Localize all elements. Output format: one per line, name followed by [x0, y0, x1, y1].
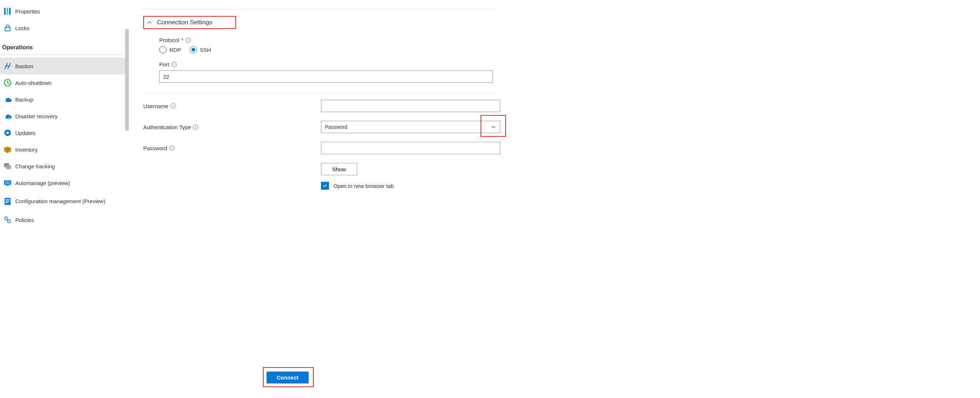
username-input[interactable]: [321, 100, 500, 112]
sidebar-item-label: Updates: [15, 130, 35, 136]
svg-rect-3: [5, 27, 10, 31]
divider: [143, 9, 495, 10]
info-icon[interactable]: i: [193, 124, 198, 129]
svg-rect-11: [6, 185, 9, 186]
svg-rect-15: [6, 202, 8, 203]
svg-rect-0: [4, 8, 5, 14]
divider: [143, 93, 495, 93]
protocol-block: Protocol * i RDP SSH: [159, 37, 493, 53]
password-label: Password: [143, 145, 167, 151]
sidebar-item-label: Configuration management (Preview): [15, 198, 105, 205]
connection-settings-toggle[interactable]: Connection Settings: [143, 16, 236, 29]
sidebar-item-locks[interactable]: Locks: [0, 19, 125, 36]
sidebar-item-change-tracking[interactable]: Change tracking: [0, 158, 125, 175]
sidebar-item-label: Backup: [15, 97, 33, 103]
svg-point-6: [6, 132, 9, 134]
sidebar-item-label: Properties: [15, 8, 40, 14]
main-content: Connection Settings Protocol * i RDP SSH…: [125, 0, 980, 398]
new-tab-row: Open in new browser tab: [321, 182, 966, 190]
sidebar-item-label: Disaster recovery: [15, 113, 58, 119]
sidebar-item-automanage[interactable]: Automanage (preview): [0, 175, 125, 191]
new-tab-label: Open in new browser tab: [333, 183, 394, 189]
properties-icon: [4, 7, 12, 15]
password-row: Password i: [143, 142, 966, 154]
radio-label: SSH: [200, 47, 211, 53]
sidebar-item-configuration-management[interactable]: Configuration management (Preview): [0, 191, 125, 212]
svg-point-5: [8, 117, 11, 119]
auth-type-row: Authentication Type i Password: [143, 121, 966, 133]
port-label: Port: [159, 61, 169, 67]
radio-label: RDP: [169, 47, 181, 53]
username-label: Username: [143, 103, 168, 109]
chevron-down-icon: [491, 124, 496, 129]
sidebar-item-label: Auto-shutdown: [15, 80, 51, 86]
show-row: Show: [143, 163, 966, 175]
password-input[interactable]: [321, 142, 500, 154]
sidebar-item-inventory[interactable]: Inventory: [0, 141, 125, 158]
sidebar-item-label: Change tracking: [15, 163, 55, 169]
sidebar-item-autoshutdown[interactable]: Auto-shutdown: [0, 74, 125, 91]
automanage-icon: [4, 179, 12, 187]
sidebar-item-backup[interactable]: Backup: [0, 91, 125, 108]
username-row: Username i: [143, 100, 966, 112]
connect-button[interactable]: Connect: [267, 371, 309, 384]
svg-rect-13: [6, 199, 10, 200]
port-input[interactable]: [159, 70, 493, 83]
radio-ssh[interactable]: SSH: [190, 46, 211, 53]
protocol-label: Protocol: [159, 37, 179, 43]
chevron-up-icon: [147, 20, 152, 25]
sidebar-item-label: Bastion: [15, 63, 33, 69]
sidebar-item-updates[interactable]: Updates: [0, 124, 125, 141]
new-tab-checkbox[interactable]: [321, 182, 329, 190]
clock-icon: [4, 79, 12, 87]
config-icon: [4, 197, 12, 205]
sidebar-item-label: Policies: [15, 217, 34, 223]
info-icon[interactable]: i: [169, 145, 175, 151]
lock-icon: [4, 24, 12, 32]
info-icon[interactable]: i: [172, 62, 177, 67]
sidebar-section-operations: Operations: [0, 36, 125, 55]
bastion-icon: [4, 62, 12, 70]
gear-icon: [4, 129, 12, 137]
auth-type-dropdown[interactable]: Password: [321, 121, 500, 133]
port-block: Port i: [159, 61, 493, 83]
svg-rect-2: [9, 8, 11, 14]
sidebar-item-label: Inventory: [15, 146, 38, 153]
change-tracking-icon: [4, 162, 12, 170]
backup-icon: [4, 96, 12, 103]
sidebar-item-label: Automanage (preview): [15, 180, 70, 186]
radio-rdp[interactable]: RDP: [159, 46, 181, 53]
sidebar: Properties Locks Operations Bastion Auto…: [0, 0, 125, 398]
required-indicator: *: [181, 37, 183, 43]
dropdown-value: Password: [325, 124, 347, 130]
check-icon: [323, 183, 328, 188]
sidebar-item-policies[interactable]: Policies: [0, 212, 125, 228]
sidebar-item-disaster-recovery[interactable]: Disaster recovery: [0, 108, 125, 124]
sidebar-item-properties[interactable]: Properties: [0, 3, 125, 19]
connect-highlight: Connect: [263, 367, 314, 387]
info-icon[interactable]: i: [170, 103, 175, 108]
sidebar-item-bastion[interactable]: Bastion: [0, 58, 125, 74]
svg-rect-1: [6, 8, 8, 14]
section-title: Connection Settings: [157, 19, 212, 26]
auth-type-label: Authentication Type: [143, 124, 191, 130]
sidebar-item-label: Locks: [15, 25, 29, 31]
svg-rect-8: [6, 165, 11, 169]
info-icon[interactable]: i: [186, 38, 191, 43]
show-button[interactable]: Show: [321, 163, 357, 175]
package-icon: [4, 145, 12, 153]
svg-rect-10: [5, 181, 10, 184]
policies-icon: [4, 216, 12, 224]
disaster-recovery-icon: [4, 112, 12, 120]
svg-rect-14: [6, 201, 10, 202]
